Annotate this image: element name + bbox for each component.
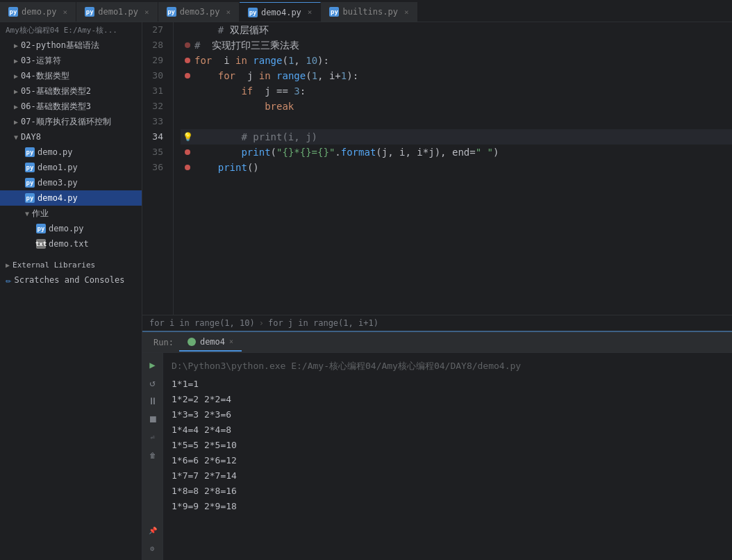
tab-close[interactable]: ×: [63, 8, 68, 17]
tab-bar: py demo.py × py demo1.py × py demo3.py ×…: [0, 0, 732, 22]
sidebar-item-scratches[interactable]: ✏ Scratches and Consoles: [0, 272, 142, 288]
gutter-34: 💡: [181, 129, 194, 145]
tab-label: demo3.py: [180, 7, 220, 17]
panel-content: ▶ ↺ ⏸ ⏹ ⏎ 🗑 📌 ⚙ D:\Python3\python.exe E:…: [142, 353, 732, 560]
line-num-33: 33: [142, 114, 167, 129]
gutter-30: [181, 73, 194, 79]
sidebar-item-label: 06-基础数据类型3: [21, 101, 91, 113]
code-line-31: if j == 3:: [181, 83, 732, 99]
sidebar: Amy核心编程04 E:/Amy-核... ▶ 02-python基础语法 ▶ …: [0, 22, 142, 560]
sidebar-item-day8[interactable]: ▼ DAY8: [0, 129, 142, 145]
breakpoint-icon: [185, 58, 190, 63]
panel-tab-close[interactable]: ×: [229, 338, 233, 345]
sidebar-item-python-basics[interactable]: ▶ 02-python基础语法: [0, 38, 142, 53]
tab-demo1[interactable]: py demo1.py ×: [76, 2, 158, 22]
chevron-right-icon: ▶: [14, 72, 18, 80]
pause-button[interactable]: ⏸: [145, 393, 160, 409]
tab-close[interactable]: ×: [226, 8, 231, 17]
tab-label: demo1.py: [98, 7, 138, 17]
tab-close[interactable]: ×: [308, 8, 313, 17]
chevron-right-icon: ▶: [14, 57, 18, 65]
sidebar-item-label: DAY8: [21, 132, 41, 142]
tab-demo4[interactable]: py demo4.py ×: [240, 2, 321, 22]
rerun-button[interactable]: ↺: [145, 375, 160, 390]
line-num-29: 29: [142, 53, 167, 68]
sidebar-item-label: 作业: [32, 208, 49, 220]
output-line-7: 1*8=8 2*8=16: [172, 484, 724, 499]
sidebar-item-label: demo.py: [38, 147, 73, 157]
breadcrumb-item-0[interactable]: for i in range(1, 10): [149, 318, 255, 328]
sidebar-item-label: 02-python基础语法: [21, 40, 99, 51]
code-text-32: break: [194, 99, 294, 114]
pin-button[interactable]: 📌: [145, 522, 160, 538]
tab-demo[interactable]: py demo.py ×: [0, 2, 76, 22]
breadcrumb-item-1[interactable]: for j in range(1, i+1): [268, 318, 379, 328]
py-icon: py: [329, 7, 339, 17]
sidebar-item-datatypes2[interactable]: ▶ 05-基础数据类型2: [0, 83, 142, 99]
sidebar-root-label: Amy核心编程04 E:/Amy-核...: [6, 25, 117, 35]
py-file-icon: py: [25, 163, 35, 172]
wrap-button[interactable]: ⏎: [145, 429, 160, 445]
gutter-28: [181, 42, 194, 48]
tab-builtins[interactable]: py builtins.py ×: [321, 2, 417, 22]
chevron-down-icon: ▼: [14, 133, 18, 141]
breakpoint-icon: [185, 149, 190, 155]
sidebar-item-demo[interactable]: py demo.py: [0, 145, 142, 160]
code-text-28: # 实现打印三三乘法表: [194, 38, 299, 53]
py-file-icon: py: [36, 224, 46, 233]
clear-button[interactable]: 🗑: [145, 447, 160, 463]
code-text-35: print("{}*{}={}".format(j, i, i*j), end=…: [194, 145, 499, 160]
bulb-icon[interactable]: 💡: [183, 129, 193, 145]
sidebar-item-root[interactable]: Amy核心编程04 E:/Amy-核...: [0, 22, 142, 38]
gutter-35: [181, 149, 194, 155]
tab-close[interactable]: ×: [144, 8, 149, 17]
line-num-30: 30: [142, 68, 167, 83]
sidebar-item-datatypes[interactable]: ▶ 04-数据类型: [0, 68, 142, 83]
code-line-32: break: [181, 99, 732, 114]
sidebar-item-demo1[interactable]: py demo1.py: [0, 160, 142, 175]
tab-close[interactable]: ×: [404, 8, 409, 17]
sidebar-item-operators[interactable]: ▶ 03-运算符: [0, 53, 142, 68]
py-icon: py: [167, 7, 176, 17]
sidebar-item-control[interactable]: ▶ 07-顺序执行及循环控制: [0, 114, 142, 129]
sidebar-item-label: External Libraries: [13, 261, 95, 270]
code-text-30: for j in range(1, i+1):: [194, 68, 358, 83]
tab-label: demo4.py: [261, 8, 301, 17]
breakpoint-icon: [185, 73, 190, 79]
sidebar-item-demo3[interactable]: py demo3.py: [0, 175, 142, 190]
panel-tab-label: demo4: [200, 337, 225, 347]
panel-tab-demo4[interactable]: demo4 ×: [179, 333, 242, 352]
sidebar-item-hw-txt[interactable]: txt demo.txt: [0, 236, 142, 252]
sidebar-item-datatypes3[interactable]: ▶ 06-基础数据类型3: [0, 99, 142, 114]
run-button[interactable]: ▶: [145, 357, 160, 372]
sidebar-item-demo4[interactable]: py demo4.py: [0, 190, 142, 206]
sidebar-item-label: 05-基础数据类型2: [21, 85, 91, 97]
py-icon: py: [85, 7, 94, 17]
sidebar-item-homework[interactable]: ▼ 作业: [0, 206, 142, 221]
sidebar-item-hw-demo[interactable]: py demo.py: [0, 221, 142, 236]
code-line-33: [181, 114, 732, 129]
code-line-30: for j in range(1, i+1):: [181, 68, 732, 83]
code-text-31: if j == 3:: [194, 83, 306, 99]
stop-button[interactable]: ⏹: [145, 411, 160, 427]
sidebar-item-label: demo.py: [49, 224, 84, 233]
breakpoint-icon: [185, 42, 190, 48]
line-num-34: 34: [142, 129, 167, 145]
run-icon: [188, 338, 196, 346]
breadcrumb: for i in range(1, 10) › for j in range(1…: [142, 315, 732, 331]
sidebar-item-label: 07-顺序执行及循环控制: [21, 116, 111, 128]
tab-label: builtins.py: [342, 7, 397, 17]
output-line-6: 1*7=7 2*7=14: [172, 468, 724, 484]
bottom-panel: Run: demo4 × ▶ ↺ ⏸ ⏹ ⏎ 🗑 📌: [142, 331, 732, 560]
code-editor[interactable]: 27 28 29 30 31 32 33 34 35 36 # 双层循环: [142, 22, 732, 315]
scratches-icon: ✏: [6, 274, 11, 286]
tab-demo3[interactable]: py demo3.py ×: [158, 2, 240, 22]
code-content[interactable]: # 双层循环 # 实现打印三三乘法表 for i in range(1, 10)…: [174, 22, 732, 315]
sidebar-item-label: demo4.py: [38, 193, 78, 203]
panel-tabs: Run: demo4 ×: [142, 332, 732, 353]
sidebar-item-external-libs[interactable]: ▶ External Libraries: [0, 257, 142, 272]
settings-button[interactable]: ⚙: [145, 541, 160, 556]
line-num-36: 36: [142, 160, 167, 175]
code-text-29: for i in range(1, 10):: [194, 53, 329, 68]
code-text-34: # print(i, j): [194, 129, 317, 145]
